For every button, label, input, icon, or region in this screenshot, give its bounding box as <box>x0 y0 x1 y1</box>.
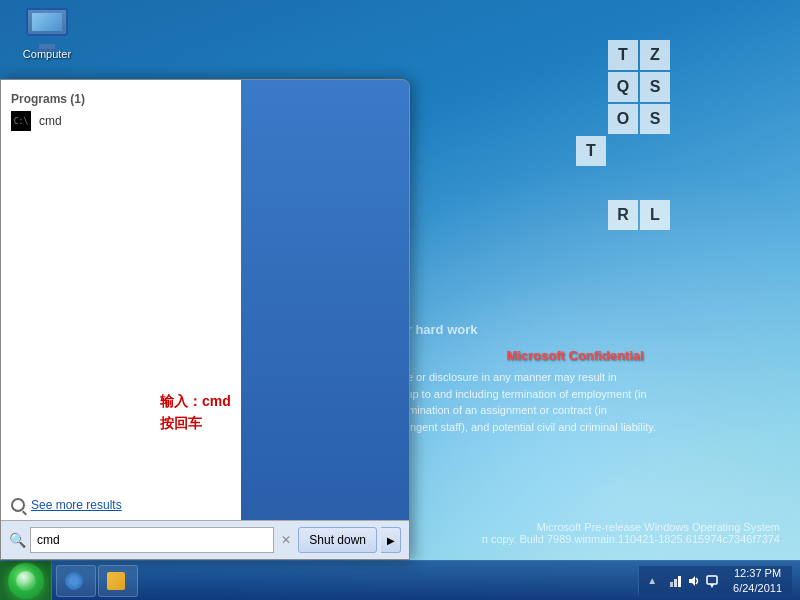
show-hidden-icons-button[interactable]: ▲ <box>645 575 659 586</box>
cmd-icon: C:\ <box>11 111 31 131</box>
start-button[interactable] <box>0 561 52 601</box>
start-menu-body: Programs (1) C:\ cmd See more results <box>1 80 409 520</box>
svg-marker-5 <box>710 584 714 588</box>
confidential-area: k our hard work Microsoft Confidential e… <box>380 320 770 435</box>
grid-cell <box>576 200 606 230</box>
svg-rect-4 <box>707 576 717 584</box>
start-orb <box>8 563 44 599</box>
grid-cell <box>640 168 670 198</box>
svg-marker-3 <box>689 576 695 586</box>
svg-rect-0 <box>670 582 673 587</box>
grid-cell <box>544 72 574 102</box>
see-more-label: See more results <box>31 498 122 512</box>
search-input[interactable] <box>30 527 274 553</box>
grid-cell: S <box>640 72 670 102</box>
taskbar: ▲ 12:37 PM 6/24/2011 <box>0 560 800 600</box>
start-orb-inner <box>16 571 36 591</box>
notification-area <box>662 573 726 589</box>
confidential-title: Microsoft Confidential <box>380 346 770 366</box>
clock[interactable]: 12:37 PM 6/24/2011 <box>729 566 786 595</box>
grid-cell <box>544 40 574 70</box>
grid-cell <box>576 168 606 198</box>
grid-cell <box>512 40 542 70</box>
action-center-icon <box>704 573 720 589</box>
hard-work-text: k our hard work <box>380 320 770 340</box>
programs-header: Programs (1) <box>1 88 241 108</box>
explorer-icon <box>107 572 125 590</box>
grid-cell: T <box>576 136 606 166</box>
clock-time: 12:37 PM <box>733 566 782 580</box>
ie-taskbar-item[interactable] <box>56 565 96 597</box>
grid-cell <box>544 200 574 230</box>
grid-cell <box>640 136 670 166</box>
monitor-screen <box>32 13 62 31</box>
grid-cell <box>576 72 606 102</box>
chinese-annotation: 输入：cmd 按回车 <box>160 390 231 435</box>
grid-cell <box>544 104 574 134</box>
grid-cell <box>608 136 638 166</box>
grid-cell <box>544 136 574 166</box>
volume-icon <box>686 573 702 589</box>
annotation-line1: 输入：cmd <box>160 390 231 412</box>
grid-cell <box>512 200 542 230</box>
start-menu-right-panel <box>241 80 409 520</box>
grid-cell <box>544 168 574 198</box>
grid-cell: R <box>608 200 638 230</box>
grid-cell <box>576 40 606 70</box>
ie-icon <box>65 572 83 590</box>
cmd-menu-item[interactable]: C:\ cmd <box>1 108 241 134</box>
grid-cell: L <box>640 200 670 230</box>
search-bar: 🔍 ✕ Shut down ▶ <box>1 520 409 559</box>
grid-cell: T <box>608 40 638 70</box>
computer-icon <box>26 8 68 44</box>
grid-cell: S <box>640 104 670 134</box>
taskbar-pinned-items <box>52 565 630 597</box>
search-icon <box>11 498 25 512</box>
clock-date: 6/24/2011 <box>733 581 782 595</box>
grid-cell <box>608 168 638 198</box>
grid-cell <box>512 136 542 166</box>
see-more-results[interactable]: See more results <box>1 490 241 520</box>
monitor-base <box>36 49 58 52</box>
computer-desktop-icon[interactable]: Computer <box>12 8 82 60</box>
search-clear-button[interactable]: ✕ <box>278 532 294 548</box>
prerelease-text: Microsoft Pre-release Windows Operating … <box>482 521 780 545</box>
grid-cell: Z <box>640 40 670 70</box>
start-menu-left-panel: Programs (1) C:\ cmd See more results <box>1 80 241 520</box>
taskbar-right: ▲ 12:37 PM 6/24/2011 <box>630 566 800 595</box>
grid-cell <box>512 72 542 102</box>
cmd-label: cmd <box>39 114 62 128</box>
crossword-grid: T Z Q S O S T R L <box>512 40 670 358</box>
search-icon-taskbar: 🔍 <box>9 532 26 548</box>
grid-cell: O <box>608 104 638 134</box>
svg-rect-2 <box>678 576 681 587</box>
system-tray: ▲ 12:37 PM 6/24/2011 <box>638 566 792 595</box>
svg-rect-1 <box>674 579 677 587</box>
network-icon <box>668 573 684 589</box>
grid-cell: Q <box>608 72 638 102</box>
desktop: Computer T Z Q S O S T <box>0 0 800 600</box>
explorer-taskbar-item[interactable] <box>98 565 138 597</box>
start-menu: Programs (1) C:\ cmd See more results <box>0 79 410 560</box>
shutdown-button[interactable]: Shut down <box>298 527 377 553</box>
annotation-line2: 按回车 <box>160 412 231 434</box>
grid-cell <box>576 104 606 134</box>
grid-cell <box>512 104 542 134</box>
shutdown-arrow-button[interactable]: ▶ <box>381 527 401 553</box>
confidential-text: ed use or disclosure in any manner may r… <box>380 369 770 435</box>
grid-cell <box>512 168 542 198</box>
